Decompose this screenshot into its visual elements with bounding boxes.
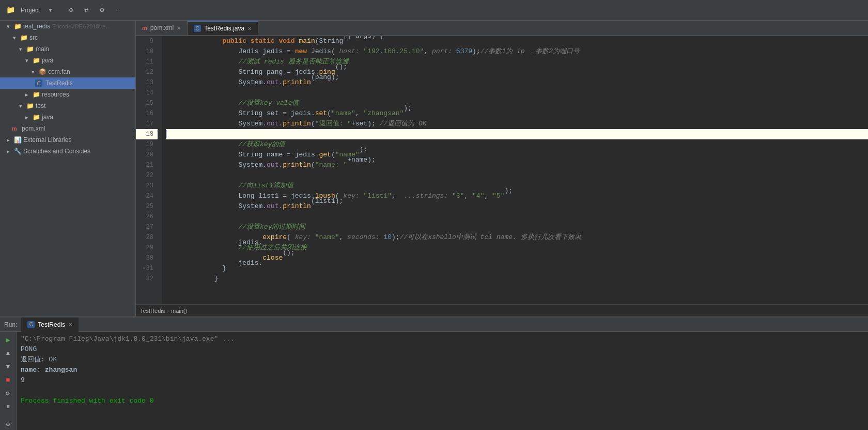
scratches-icon: 🔧 bbox=[14, 148, 22, 155]
linenum-9: 9 bbox=[136, 36, 158, 46]
expand-icon: ▸ bbox=[23, 113, 31, 121]
linenum-11: 11 bbox=[136, 57, 158, 67]
java-tab-icon: C bbox=[194, 25, 201, 32]
console-text-4: name: zhangsan bbox=[21, 365, 77, 375]
code-line-19: //获取key的值 bbox=[166, 139, 868, 150]
linenum-22: 22 bbox=[136, 170, 158, 181]
code-editor: 9 10 11 12 13 14 15 16 17 18 19 20 21 22… bbox=[136, 36, 868, 304]
sidebar-item-test[interactable]: ▾ 📁 test bbox=[0, 100, 135, 112]
bottom-panel: Run: C TestRedis ✕ ▶ ▲ ▼ ■ ⟳ ≡ ⚙ "C:\Pro… bbox=[0, 316, 868, 430]
linenum-32: 32 bbox=[136, 274, 158, 284]
tree-item-path: E:\code\IDEA2018\re... bbox=[52, 23, 111, 29]
sidebar-item-scratches[interactable]: ▸ 🔧 Scratches and Consoles bbox=[0, 146, 135, 157]
code-line-16: String set = jedis.set("name", "zhangsan… bbox=[166, 108, 868, 119]
linenum-29: 29 bbox=[136, 243, 158, 253]
rerun-button[interactable]: ⟳ bbox=[3, 388, 14, 399]
sidebar-item-java[interactable]: ▾ 📁 java bbox=[0, 55, 135, 66]
code-line-22 bbox=[166, 170, 868, 181]
stop-button[interactable]: ■ bbox=[3, 374, 14, 386]
console-text-5: 9 bbox=[21, 375, 25, 386]
expand-icon: ▾ bbox=[17, 102, 25, 110]
bottom-tab-bar: Run: C TestRedis ✕ bbox=[0, 317, 868, 332]
breadcrumb-method[interactable]: main() bbox=[171, 308, 187, 314]
top-toolbar: 📁 Project ▾ ⊕ ⇄ ⚙ − bbox=[0, 0, 868, 21]
folder-icon: 📁 bbox=[20, 34, 28, 41]
code-line-30: jedis.close(); bbox=[166, 253, 868, 263]
code-line-13: System.out.println(pang); bbox=[166, 77, 868, 88]
code-line-15: //设置key-vale值 bbox=[166, 98, 868, 108]
sidebar-item-test_redis[interactable]: ▾ 📁 test_redis E:\code\IDEA2018\re... bbox=[0, 21, 135, 32]
sidebar-item-ext-libs[interactable]: ▸ 📊 External Libraries bbox=[0, 134, 135, 146]
nav-icon-2[interactable]: ⇄ bbox=[81, 5, 91, 15]
expand-icon: ▾ bbox=[29, 68, 37, 76]
console-line-6 bbox=[21, 386, 864, 396]
folder-icon: 📁 bbox=[26, 45, 34, 53]
code-line-21: System.out.println("name: "+name); bbox=[166, 160, 868, 170]
tab-close-TestRedis[interactable]: ✕ bbox=[247, 26, 252, 31]
xml-icon: m bbox=[10, 124, 19, 133]
tree-item-label: pom.xml bbox=[22, 125, 45, 132]
close-panel-button[interactable]: ≡ bbox=[3, 401, 14, 412]
scroll-up-button[interactable]: ▲ bbox=[3, 347, 14, 359]
code-line-20: String name = jedis.get("name"); bbox=[166, 150, 868, 160]
code-line-31: } bbox=[166, 263, 868, 274]
project-icon: 📁 bbox=[5, 5, 16, 15]
scroll-down-button[interactable]: ▼ bbox=[3, 361, 14, 372]
bottom-tab-TestRedis[interactable]: C TestRedis ✕ bbox=[21, 317, 79, 332]
breadcrumb-class[interactable]: TestRedis bbox=[140, 308, 165, 314]
settings-panel-button[interactable]: ⚙ bbox=[3, 419, 14, 430]
sidebar: ▾ 📁 test_redis E:\code\IDEA2018\re... ▾ … bbox=[0, 21, 136, 316]
run-button[interactable]: ▶ bbox=[3, 334, 14, 345]
console-line-4: name: zhangsan bbox=[21, 365, 864, 375]
tab-TestRedis[interactable]: C TestRedis.java ✕ bbox=[188, 21, 258, 35]
minimize-icon[interactable]: − bbox=[112, 5, 122, 15]
project-label[interactable]: Project bbox=[17, 7, 44, 14]
settings-icon[interactable]: ⚙ bbox=[97, 5, 107, 15]
code-line-17: System.out.println("返回值: "+set); //返回值为 … bbox=[166, 119, 868, 129]
package-icon: 📦 bbox=[39, 68, 47, 75]
tree-item-label: java bbox=[42, 57, 53, 64]
code-line-12: String pang = jedis.ping(); bbox=[166, 67, 868, 77]
sidebar-item-src[interactable]: ▾ 📁 src bbox=[0, 32, 135, 43]
tree-item-label: java bbox=[42, 114, 53, 121]
code-line-24: Long list1 = jedis.lpush( key: "list1", … bbox=[166, 191, 868, 201]
dropdown-icon[interactable]: ▾ bbox=[45, 5, 55, 15]
console-line-5: 9 bbox=[21, 375, 864, 386]
library-icon: 📊 bbox=[14, 136, 22, 144]
tree-item-label: External Libraries bbox=[23, 136, 71, 144]
breadcrumb-bar: TestRedis › main() bbox=[136, 304, 868, 316]
sidebar-item-main[interactable]: ▾ 📁 main bbox=[0, 43, 135, 55]
tab-close-pom[interactable]: ✕ bbox=[177, 25, 181, 31]
tab-pom-xml[interactable]: m pom.xml ✕ bbox=[136, 21, 188, 35]
code-line-14 bbox=[166, 88, 868, 98]
tab-label: pom.xml bbox=[150, 24, 174, 31]
code-content[interactable]: public static void main(String[] args) {… bbox=[162, 36, 868, 304]
linenum-26: 26 bbox=[136, 212, 158, 222]
expand-icon: ▸ bbox=[4, 147, 12, 155]
sidebar-item-resources[interactable]: ▸ 📁 resources bbox=[0, 89, 135, 100]
tree-item-label: TestRedis bbox=[45, 79, 73, 87]
nav-icon-1[interactable]: ⊕ bbox=[66, 5, 76, 15]
console-line-3: 返回值: OK bbox=[21, 355, 864, 365]
expand-icon: ▾ bbox=[17, 45, 25, 53]
folder-icon: 📁 bbox=[33, 114, 40, 121]
sidebar-item-TestRedis[interactable]: C TestRedis bbox=[0, 77, 135, 89]
linenum-23: 23 bbox=[136, 181, 158, 191]
run-tab-close[interactable]: ✕ bbox=[68, 322, 72, 327]
sidebar-item-pom[interactable]: m pom.xml bbox=[0, 123, 135, 134]
code-line-28: jedis.expire( key: "name", seconds: 10);… bbox=[166, 232, 868, 243]
linenum-27: 27 bbox=[136, 222, 158, 232]
sidebar-item-test-java[interactable]: ▸ 📁 java bbox=[0, 112, 135, 123]
console-line-2: PONG bbox=[21, 344, 864, 355]
linenum-17: 17 bbox=[136, 119, 158, 129]
tab-label: TestRedis.java bbox=[204, 25, 244, 32]
xml-tab-icon: m bbox=[142, 25, 147, 31]
tree-item-label: com.fan bbox=[48, 68, 70, 75]
linenum-13: 13 bbox=[136, 77, 158, 88]
sidebar-item-com-fan[interactable]: ▾ 📦 com.fan bbox=[0, 66, 135, 77]
linenum-18: 18 bbox=[136, 129, 158, 139]
main-area: ▾ 📁 test_redis E:\code\IDEA2018\re... ▾ … bbox=[0, 21, 868, 316]
console-text-7: Process finished with exit code 0 bbox=[21, 396, 153, 406]
code-line-18[interactable] bbox=[166, 129, 868, 139]
expand-icon: ▾ bbox=[23, 56, 31, 65]
